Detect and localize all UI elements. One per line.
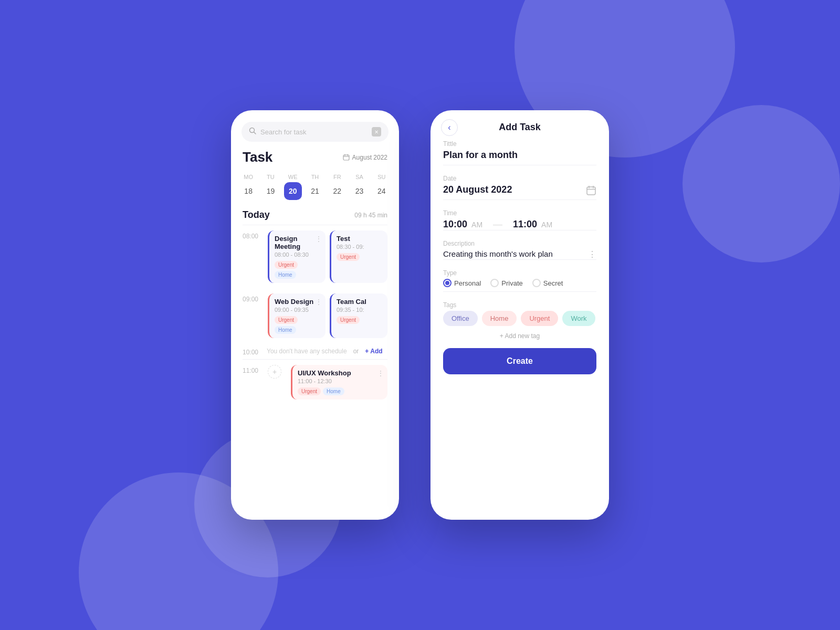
cal-day-num-3: 21 (306, 182, 324, 200)
task-more-icon[interactable]: ⋮ (315, 235, 322, 243)
task-header: Task August 2022 (231, 149, 399, 165)
month-badge: August 2022 (343, 154, 387, 161)
search-clear-icon[interactable]: ✕ (372, 127, 381, 136)
bg-circle-3 (682, 105, 840, 262)
cal-day-0[interactable]: MO 18 (238, 174, 258, 200)
add-task-title: Add Task (499, 122, 541, 133)
tasks-row-0800: ⋮ Design Meeting 08:00 - 08:30 Urgent Ho… (268, 230, 387, 283)
time-end[interactable]: 11:00 (513, 219, 537, 230)
add-button[interactable]: + Add (365, 348, 382, 355)
cal-day-num-6: 24 (373, 182, 391, 200)
search-icon (249, 127, 256, 136)
task-list-phone: Search for task ✕ Task August 2022 MO 18 (231, 110, 399, 520)
desc-more-icon[interactable]: ⋮ (588, 249, 596, 259)
tag-pill-urgent[interactable]: Urgent (521, 311, 558, 326)
task-web-design[interactable]: ⋮ Web Design 09:00 - 09:35 Urgent Home (268, 293, 326, 338)
title-value[interactable]: Plan for a month (443, 150, 596, 165)
time-row: 10:00 AM — 11:00 AM (443, 219, 596, 230)
task-time-design: 08:00 - 08:30 (275, 251, 320, 258)
cal-day-name-3: TH (311, 174, 319, 180)
time-0900: 09:00 (243, 293, 262, 303)
cal-day-6[interactable]: SU 24 (372, 174, 392, 200)
form-tags-section: Tags Office Home Urgent Work (430, 299, 609, 330)
form-date-section: Date 20 August 2022 (430, 173, 609, 207)
svg-rect-2 (343, 155, 349, 160)
desc-row: Creating this month's work plan ⋮ (443, 249, 596, 259)
schedule-block-0900: 09:00 ⋮ Web Design 09:00 - 09:35 Urgent … (231, 288, 399, 343)
date-divider (443, 200, 596, 200)
type-label: Type (443, 269, 596, 277)
tag-pill-work[interactable]: Work (562, 311, 595, 326)
radio-secret[interactable] (532, 279, 541, 287)
search-bar[interactable]: Search for task ✕ (242, 122, 388, 142)
back-button[interactable]: ‹ (441, 119, 458, 136)
title-label: Tittle (443, 140, 596, 148)
task-title-design: Design Meeting (275, 235, 320, 250)
tags-label: Tags (443, 301, 596, 309)
desc-divider (443, 259, 596, 260)
time-start[interactable]: 10:00 (443, 219, 467, 230)
type-personal[interactable]: Personal (443, 279, 481, 287)
cal-day-name-6: SU (377, 174, 385, 180)
time-start-ampm[interactable]: AM (471, 220, 482, 229)
schedule-block-1000: 10:00 You don't have any schedule or + A… (231, 343, 399, 359)
tag-urgent-5: Urgent (298, 387, 321, 395)
add-new-tag[interactable]: + Add new tag (430, 330, 609, 344)
workshop-wrapper: ⋮ UI/UX Workshop 11:00 - 12:30 Urgent Ho… (291, 365, 387, 400)
cal-day-4[interactable]: FR 22 (327, 174, 347, 200)
cal-day-3[interactable]: TH 21 (305, 174, 325, 200)
task-time-test: 08:30 - 09: (337, 244, 382, 250)
task-tags-design: Urgent Home (275, 261, 320, 279)
task-test[interactable]: Test 08:30 - 09: Urgent (330, 230, 387, 283)
task-time-web: 09:00 - 09:35 (275, 307, 320, 313)
back-icon: ‹ (448, 123, 450, 132)
task-team-cal[interactable]: Team Cal 09:35 - 10: Urgent (330, 293, 387, 338)
task-more-icon-3[interactable]: ⋮ (377, 369, 384, 377)
empty-text: You don't have any schedule (267, 348, 347, 355)
cal-day-5[interactable]: SA 23 (350, 174, 370, 200)
radio-private[interactable] (490, 279, 499, 287)
time-label: Time (443, 209, 596, 217)
radio-personal[interactable] (443, 279, 452, 287)
month-label: August 2022 (352, 154, 387, 161)
task-tags-web: Urgent Home (275, 316, 320, 334)
tag-home-2: Home (275, 326, 296, 334)
hours-label: 09 h 45 min (354, 212, 387, 219)
cal-day-2[interactable]: WE 20 (283, 174, 303, 200)
form-title-section: Tittle Plan for a month (430, 138, 609, 173)
time-0800: 08:00 (243, 230, 262, 240)
task-time-team: 09:35 - 10: (337, 307, 382, 313)
page-title: Task (243, 149, 272, 165)
svg-line-1 (254, 132, 256, 134)
tag-pill-home[interactable]: Home (482, 311, 517, 326)
task-design-meeting[interactable]: ⋮ Design Meeting 08:00 - 08:30 Urgent Ho… (268, 230, 326, 283)
cal-day-num-0: 18 (239, 182, 257, 200)
date-value[interactable]: 20 August 2022 (443, 184, 512, 200)
tag-urgent-2: Urgent (337, 253, 360, 261)
time-1000: 10:00 (243, 346, 262, 356)
form-desc-section: Description Creating this month's work p… (430, 238, 609, 267)
task-title-web: Web Design (275, 298, 320, 306)
tag-pill-office[interactable]: Office (443, 311, 478, 326)
tag-home-3: Home (323, 387, 344, 395)
cal-day-name-0: MO (244, 174, 253, 180)
task-more-icon-2[interactable]: ⋮ (315, 298, 322, 306)
form-type-section: Type Personal Private Secret (430, 267, 609, 299)
task-time-workshop: 11:00 - 12:30 (298, 378, 382, 384)
today-row: Today 09 h 45 min (231, 209, 399, 220)
cal-day-1[interactable]: TU 19 (260, 174, 280, 200)
today-label: Today (243, 209, 270, 220)
cal-day-name-4: FR (333, 174, 341, 180)
or-separator: or (353, 348, 359, 355)
create-button[interactable]: Create (443, 348, 596, 374)
task-title-workshop: UI/UX Workshop (298, 369, 382, 377)
type-private[interactable]: Private (490, 279, 522, 287)
tag-urgent-3: Urgent (275, 316, 298, 324)
task-tags-team: Urgent (337, 316, 382, 324)
type-secret[interactable]: Secret (532, 279, 563, 287)
desc-value[interactable]: Creating this month's work plan (443, 249, 588, 258)
calendar-icon-form[interactable] (586, 185, 596, 198)
plus-circle[interactable]: + (268, 365, 281, 379)
time-end-ampm[interactable]: AM (541, 220, 552, 229)
task-workshop[interactable]: ⋮ UI/UX Workshop 11:00 - 12:30 Urgent Ho… (291, 365, 387, 400)
